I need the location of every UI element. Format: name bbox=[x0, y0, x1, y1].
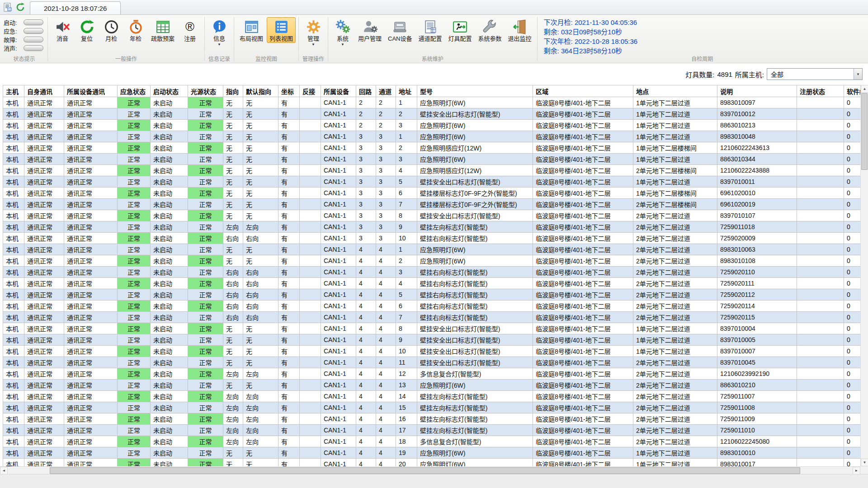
table-cell: 通讯正常 bbox=[24, 210, 64, 221]
column-header[interactable]: 启动状态 bbox=[151, 85, 188, 97]
table-row[interactable]: 本机通讯正常通讯正常正常未启动正常无无有CAN1-1338壁挂安全出口标志灯(智… bbox=[3, 210, 861, 221]
table-row[interactable]: 本机通讯正常通讯正常正常未启动正常右向右向有CAN1-1444壁挂右向标志灯(智… bbox=[3, 278, 861, 289]
column-header[interactable]: 说明 bbox=[717, 85, 797, 97]
table-row[interactable]: 本机通讯正常通讯正常正常未启动正常右向右向有CAN1-1447壁挂右向标志灯(智… bbox=[3, 312, 861, 323]
table-cell: 未启动 bbox=[151, 278, 188, 289]
table-cell bbox=[797, 289, 844, 300]
column-header[interactable]: 地点 bbox=[633, 85, 717, 97]
table-cell: 有 bbox=[278, 323, 300, 334]
column-header[interactable]: 应急状态 bbox=[118, 85, 151, 97]
table-row[interactable]: 本机通讯正常通讯正常正常未启动正常无无有CAN1-1442应急照明灯(6W)临波… bbox=[3, 255, 861, 267]
column-header[interactable]: 自身通讯 bbox=[24, 85, 64, 97]
table-row[interactable]: 本机通讯正常通讯正常正常未启动正常无无有CAN1-1334应急照明感应灯(12W… bbox=[3, 165, 861, 176]
host-filter-combobox[interactable]: 全部 ▼ bbox=[767, 68, 863, 80]
title-tab[interactable]: 2021-10-28 18:07:26 bbox=[30, 1, 121, 14]
column-header[interactable]: 回路 bbox=[356, 85, 376, 97]
column-header[interactable]: 光源状态 bbox=[188, 85, 223, 97]
evacuation-plan-button[interactable]: 疏散预案 bbox=[148, 17, 177, 43]
table-cell: 3 bbox=[356, 131, 376, 142]
lamp-config-button[interactable]: 灯具配置 bbox=[446, 17, 475, 43]
table-row[interactable]: 本机通讯正常通讯正常正常未启动正常无无有CAN1-14420应急照明灯(6W)临… bbox=[3, 459, 861, 467]
table-cell: 临波庭8号楼/401-地下二层 bbox=[533, 244, 633, 255]
column-header[interactable]: 主机 bbox=[3, 85, 24, 97]
list-view-button[interactable]: 列表视图 bbox=[267, 17, 296, 43]
channel-config-button[interactable]: 通道配置 bbox=[416, 17, 445, 43]
table-row[interactable]: 本机通讯正常通讯正常正常未启动正常左向左向有CAN1-14414壁挂左向标志灯(… bbox=[3, 391, 861, 402]
table-row[interactable]: 本机通讯正常通讯正常正常未启动正常无无有CAN1-1221应急照明灯(6W)临波… bbox=[3, 97, 861, 108]
table-cell: 通讯正常 bbox=[24, 244, 64, 255]
table-row[interactable]: 本机通讯正常通讯正常正常未启动正常无无有CAN1-14410壁挂安全出口标志灯(… bbox=[3, 346, 861, 357]
column-header[interactable]: 所属设备通讯 bbox=[64, 85, 118, 97]
table-cell: 本机 bbox=[3, 165, 24, 176]
table-row[interactable]: 本机通讯正常通讯正常正常未启动正常右向右向有CAN1-1443壁挂右向标志灯(智… bbox=[3, 267, 861, 278]
column-header[interactable]: 坐标 bbox=[278, 85, 300, 97]
table-row[interactable]: 本机通讯正常通讯正常正常未启动正常左向左向有CAN1-14417壁挂左向标志灯(… bbox=[3, 425, 861, 436]
column-header[interactable]: 通道 bbox=[376, 85, 396, 97]
scroll-left-button[interactable]: ◄ bbox=[0, 467, 8, 474]
mute-button[interactable]: 消音 bbox=[51, 17, 74, 43]
scroll-up-button[interactable]: ▲ bbox=[861, 85, 868, 93]
table-row[interactable]: 本机通讯正常通讯正常正常未启动正常左向左向有CAN1-14412多信息复合灯(智… bbox=[3, 368, 861, 380]
column-header[interactable]: 地址 bbox=[396, 85, 417, 97]
can-device-button[interactable]: CAN设备 bbox=[385, 17, 415, 43]
table-row[interactable]: 本机通讯正常通讯正常正常未启动正常无无有CAN1-1448壁挂安全出口标志灯(智… bbox=[3, 323, 861, 334]
exit-monitor-button[interactable]: 退出监控 bbox=[505, 17, 534, 43]
system-params-button[interactable]: 系统参数 bbox=[476, 17, 505, 43]
manage-button[interactable]: 管理 ▼ bbox=[302, 17, 325, 47]
table-row[interactable]: 本机通讯正常通讯正常正常未启动正常左向左向有CAN1-14416壁挂左向标志灯(… bbox=[3, 413, 861, 425]
column-header[interactable]: 注册状态 bbox=[797, 85, 844, 97]
table-row[interactable]: 本机通讯正常通讯正常正常未启动正常左向左向有CAN1-14418多信息复合灯(智… bbox=[3, 436, 861, 447]
column-header[interactable]: 所属设备 bbox=[321, 85, 356, 97]
vertical-scroll-thumb[interactable] bbox=[861, 93, 868, 170]
annual-check-button[interactable]: 年检 bbox=[124, 17, 147, 43]
refresh-icon[interactable] bbox=[15, 2, 25, 12]
table-cell: 未启动 bbox=[151, 357, 188, 368]
column-header[interactable]: 默认指向 bbox=[243, 85, 278, 97]
table-row[interactable]: 本机通讯正常通讯正常正常未启动正常无无有CAN1-14411壁挂安全出口标志灯(… bbox=[3, 357, 861, 368]
app-icon[interactable] bbox=[3, 2, 13, 12]
table-row[interactable]: 本机通讯正常通讯正常正常未启动正常无无有CAN1-1337壁挂楼层标志灯0F-9… bbox=[3, 199, 861, 210]
table-cell: 壁挂右向标志灯(智能型) bbox=[417, 267, 533, 278]
scroll-right-button[interactable]: ► bbox=[853, 467, 860, 474]
vertical-scrollbar[interactable]: ▲ ▼ bbox=[860, 85, 868, 466]
table-row[interactable]: 本机通讯正常通讯正常正常未启动正常无无有CAN1-1333应急照明灯(6W)临波… bbox=[3, 154, 861, 165]
table-row[interactable]: 本机通讯正常通讯正常正常未启动正常无无有CAN1-1441应急照明灯(6W)临波… bbox=[3, 244, 861, 255]
scroll-down-button[interactable]: ▼ bbox=[861, 459, 868, 466]
combobox-dropdown-button[interactable]: ▼ bbox=[854, 69, 862, 80]
table-row[interactable]: 本机通讯正常通讯正常正常未启动正常右向右向有CAN1-1445壁挂右向标志灯(智… bbox=[3, 289, 861, 300]
table-row[interactable]: 本机通讯正常通讯正常正常未启动正常右向右向有CAN1-1446壁挂右向标志灯(智… bbox=[3, 300, 861, 312]
table-row[interactable]: 本机通讯正常通讯正常正常未启动正常无无有CAN1-1222壁挂安全出口标志灯(智… bbox=[3, 108, 861, 120]
reset-button[interactable]: 复位 bbox=[75, 17, 99, 43]
layout-view-button[interactable]: 布局视图 bbox=[237, 17, 266, 43]
table-row[interactable]: 本机通讯正常通讯正常正常未启动正常无无有CAN1-1336壁挂楼层标志灯0F-9… bbox=[3, 188, 861, 199]
user-manage-icon bbox=[363, 19, 377, 34]
table-cell: 13 bbox=[396, 380, 417, 391]
horizontal-scroll-thumb[interactable] bbox=[50, 467, 800, 474]
table-cell: 未启动 bbox=[151, 188, 188, 199]
column-header[interactable]: 区域 bbox=[533, 85, 633, 97]
table-cell: 3 bbox=[356, 142, 376, 154]
table-row[interactable]: 本机通讯正常通讯正常正常未启动正常无无有CAN1-1335壁挂安全出口标志灯(智… bbox=[3, 176, 861, 188]
table-row[interactable]: 本机通讯正常通讯正常正常未启动正常无无有CAN1-14413应急照明灯(6W)临… bbox=[3, 380, 861, 391]
user-manage-button[interactable]: 用户管理 bbox=[355, 17, 384, 43]
info-button[interactable]: 信息 ▼ bbox=[208, 17, 231, 47]
column-header[interactable]: 指向 bbox=[223, 85, 243, 97]
column-header[interactable]: 软件编号 bbox=[844, 85, 861, 97]
table-row[interactable]: 本机通讯正常通讯正常正常未启动正常左向左向有CAN1-1339壁挂左向标志灯(智… bbox=[3, 221, 861, 233]
table-row[interactable]: 本机通讯正常通讯正常正常未启动正常无无有CAN1-1331应急照明灯(6W)临波… bbox=[3, 131, 861, 142]
system-button[interactable]: 系统 ▼ bbox=[331, 17, 354, 47]
table-row[interactable]: 本机通讯正常通讯正常正常未启动正常无无有CAN1-14419应急照明灯(6W)临… bbox=[3, 447, 861, 459]
table-cell: 正常 bbox=[188, 391, 223, 402]
table-row[interactable]: 本机通讯正常通讯正常正常未启动正常无无有CAN1-1449壁挂安全出口标志灯(智… bbox=[3, 334, 861, 346]
column-header[interactable]: 反接 bbox=[300, 85, 321, 97]
table-row[interactable]: 本机通讯正常通讯正常正常未启动正常无无有CAN1-1223应急照明灯(6W)临波… bbox=[3, 120, 861, 131]
monthly-check-button[interactable]: 月检 bbox=[99, 17, 123, 43]
table-row[interactable]: 本机通讯正常通讯正常正常未启动正常左向左向有CAN1-14415壁挂左向标志灯(… bbox=[3, 402, 861, 413]
register-button[interactable]: ® 注册 bbox=[178, 17, 202, 43]
table-cell: 15 bbox=[396, 402, 417, 413]
table-cell: 未启动 bbox=[151, 142, 188, 154]
horizontal-scrollbar[interactable]: ◄ ► bbox=[0, 466, 860, 474]
table-row[interactable]: 本机通讯正常通讯正常正常未启动正常右向右向有CAN1-13310壁挂右向标志灯(… bbox=[3, 233, 861, 244]
table-row[interactable]: 本机通讯正常通讯正常正常未启动正常无无有CAN1-1332应急照明感应灯(12W… bbox=[3, 142, 861, 154]
column-header[interactable]: 型号 bbox=[417, 85, 533, 97]
